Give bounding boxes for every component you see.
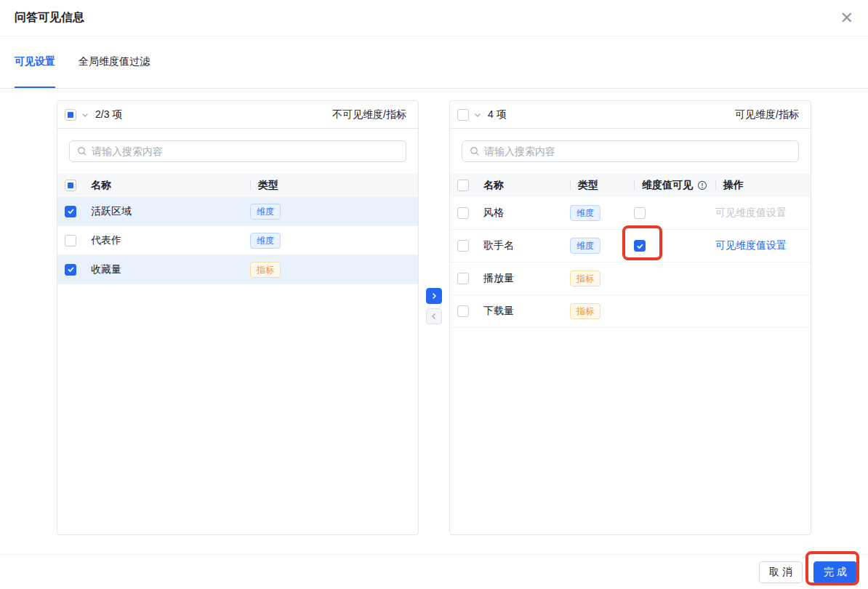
- invisible-panel-label: 不可见维度/指标: [332, 108, 406, 121]
- table-row[interactable]: 歌手名 维度 可见维度值设置: [450, 230, 811, 263]
- row-name: 风格: [483, 207, 504, 220]
- chevron-down-icon[interactable]: [81, 111, 89, 119]
- header-checkbox[interactable]: [65, 180, 76, 191]
- move-right-button[interactable]: [426, 288, 442, 304]
- type-tag: 维度: [250, 204, 281, 220]
- chevron-left-icon: [430, 312, 438, 321]
- search-icon: [470, 146, 480, 156]
- type-tag: 维度: [250, 233, 281, 249]
- info-icon[interactable]: [697, 180, 707, 191]
- dialog-header: 问答可见信息 ✕: [0, 0, 868, 36]
- indeterminate-mark: [68, 112, 73, 118]
- left-table-header: 名称 类型: [57, 174, 418, 197]
- search-icon: [77, 146, 87, 156]
- visible-panel-header: 4 项 可见维度/指标: [450, 101, 811, 129]
- visible-panel-label: 可见维度/指标: [735, 108, 799, 121]
- invisible-panel: 2/3 项 不可见维度/指标 名称 类型: [57, 100, 419, 535]
- column-divider: [634, 180, 635, 191]
- right-search-input[interactable]: [484, 145, 791, 157]
- row-checkbox[interactable]: [457, 273, 469, 284]
- right-table-header: 名称 类型 维度值可见 操作: [450, 174, 811, 197]
- row-checkbox[interactable]: [457, 305, 469, 317]
- check-icon: [67, 207, 75, 215]
- chevron-right-icon: [430, 292, 438, 300]
- row-name: 播放量: [483, 272, 514, 285]
- type-tag: 指标: [250, 262, 281, 278]
- tab-bar: 可见设置 全局维度值过滤: [0, 36, 868, 89]
- table-row[interactable]: 收藏量 指标: [57, 255, 418, 284]
- dim-visible-checkbox[interactable]: [634, 207, 646, 219]
- table-row[interactable]: 活跃区域 维度: [57, 197, 418, 226]
- dim-value-setting-link[interactable]: 可见维度值设置: [715, 239, 787, 252]
- done-button[interactable]: 完 成: [813, 561, 857, 583]
- left-search[interactable]: [69, 140, 406, 162]
- row-checkbox[interactable]: [457, 207, 469, 219]
- visible-panel: 4 项 可见维度/指标 名称 类型 维度值可见: [449, 100, 811, 535]
- dialog-footer: 取 消 完 成: [0, 554, 868, 589]
- selected-count: 2/3 项: [95, 108, 122, 121]
- type-tag: 维度: [570, 205, 600, 221]
- column-type: 类型: [258, 179, 278, 192]
- row-name: 活跃区域: [91, 205, 132, 218]
- column-divider: [570, 180, 571, 191]
- row-name: 收藏量: [91, 263, 121, 276]
- table-row[interactable]: 播放量 指标: [450, 263, 811, 295]
- check-icon: [636, 242, 644, 250]
- dim-value-setting-link: 可见维度值设置: [715, 207, 787, 220]
- transfer-content: 2/3 项 不可见维度/指标 名称 类型: [0, 89, 868, 535]
- type-tag: 指标: [570, 271, 600, 287]
- select-all-checkbox[interactable]: [457, 109, 469, 121]
- close-icon[interactable]: ✕: [840, 10, 853, 26]
- tab-global-dimension-filter[interactable]: 全局维度值过滤: [79, 36, 150, 88]
- type-tag: 指标: [570, 303, 600, 319]
- column-divider: [250, 180, 251, 191]
- move-left-button[interactable]: [426, 308, 442, 324]
- tab-visible-settings[interactable]: 可见设置: [15, 36, 55, 88]
- column-action: 操作: [723, 179, 744, 192]
- select-all-checkbox[interactable]: [65, 109, 76, 121]
- type-tag: 维度: [570, 238, 600, 254]
- row-name: 歌手名: [483, 239, 514, 252]
- transfer-buttons: [426, 288, 442, 324]
- column-type: 类型: [578, 179, 598, 192]
- table-row[interactable]: 下载量 指标: [450, 295, 811, 328]
- column-name: 名称: [483, 179, 504, 192]
- table-row[interactable]: 风格 维度 可见维度值设置: [450, 197, 811, 230]
- table-row[interactable]: 代表作 维度: [57, 226, 418, 255]
- dialog-title: 问答可见信息: [15, 10, 84, 25]
- cancel-button[interactable]: 取 消: [759, 561, 803, 583]
- invisible-panel-header: 2/3 项 不可见维度/指标: [57, 101, 418, 129]
- row-checkbox[interactable]: [65, 235, 76, 247]
- check-icon: [67, 265, 75, 273]
- dim-visible-checkbox[interactable]: [634, 240, 646, 252]
- row-checkbox[interactable]: [457, 240, 469, 252]
- column-divider: [715, 180, 716, 191]
- row-checkbox[interactable]: [65, 264, 76, 276]
- right-search[interactable]: [462, 140, 799, 162]
- row-name: 代表作: [91, 234, 121, 247]
- column-name: 名称: [91, 179, 111, 192]
- row-checkbox[interactable]: [65, 206, 76, 217]
- row-name: 下载量: [483, 305, 514, 318]
- header-checkbox[interactable]: [457, 180, 469, 191]
- left-search-input[interactable]: [92, 145, 398, 157]
- selected-count: 4 项: [488, 108, 507, 121]
- column-dim-visible: 维度值可见: [642, 179, 693, 192]
- chevron-down-icon[interactable]: [473, 111, 482, 119]
- indeterminate-mark: [68, 183, 73, 188]
